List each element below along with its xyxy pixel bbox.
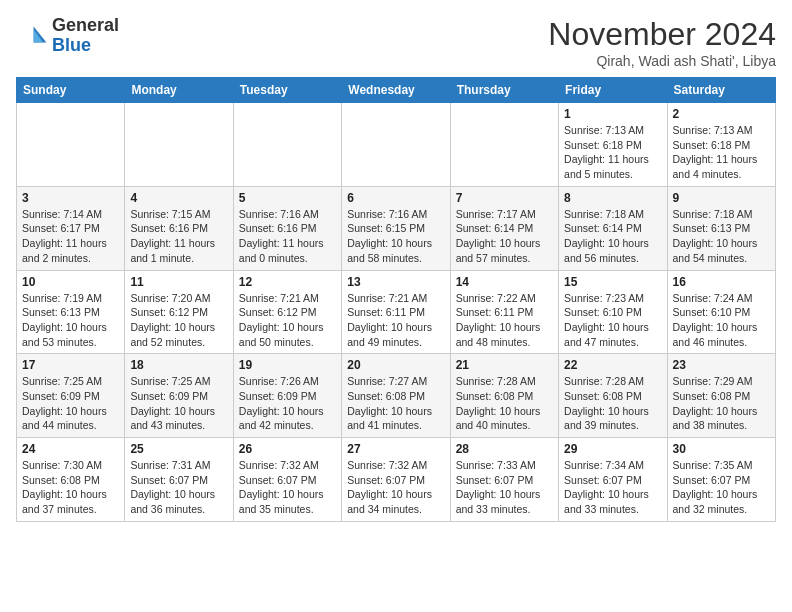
header-cell-sunday: Sunday: [17, 78, 125, 103]
calendar-cell: 6Sunrise: 7:16 AMSunset: 6:15 PMDaylight…: [342, 186, 450, 270]
day-info: Sunrise: 7:20 AMSunset: 6:12 PMDaylight:…: [130, 291, 227, 350]
calendar-cell: 9Sunrise: 7:18 AMSunset: 6:13 PMDaylight…: [667, 186, 775, 270]
calendar-cell: 2Sunrise: 7:13 AMSunset: 6:18 PMDaylight…: [667, 103, 775, 187]
day-number: 10: [22, 275, 119, 289]
calendar-cell: 25Sunrise: 7:31 AMSunset: 6:07 PMDayligh…: [125, 438, 233, 522]
calendar-cell: 3Sunrise: 7:14 AMSunset: 6:17 PMDaylight…: [17, 186, 125, 270]
day-number: 7: [456, 191, 553, 205]
calendar-table: SundayMondayTuesdayWednesdayThursdayFrid…: [16, 77, 776, 522]
day-number: 21: [456, 358, 553, 372]
month-title: November 2024: [548, 16, 776, 53]
location: Qirah, Wadi ash Shati', Libya: [548, 53, 776, 69]
calendar-cell: 10Sunrise: 7:19 AMSunset: 6:13 PMDayligh…: [17, 270, 125, 354]
day-number: 28: [456, 442, 553, 456]
day-number: 26: [239, 442, 336, 456]
calendar-cell: 22Sunrise: 7:28 AMSunset: 6:08 PMDayligh…: [559, 354, 667, 438]
day-number: 19: [239, 358, 336, 372]
header-cell-wednesday: Wednesday: [342, 78, 450, 103]
calendar-cell: 29Sunrise: 7:34 AMSunset: 6:07 PMDayligh…: [559, 438, 667, 522]
calendar-cell: 26Sunrise: 7:32 AMSunset: 6:07 PMDayligh…: [233, 438, 341, 522]
page-header: General Blue November 2024 Qirah, Wadi a…: [16, 16, 776, 69]
day-info: Sunrise: 7:17 AMSunset: 6:14 PMDaylight:…: [456, 207, 553, 266]
day-number: 22: [564, 358, 661, 372]
calendar-cell: 17Sunrise: 7:25 AMSunset: 6:09 PMDayligh…: [17, 354, 125, 438]
calendar-cell: 23Sunrise: 7:29 AMSunset: 6:08 PMDayligh…: [667, 354, 775, 438]
calendar-cell: 14Sunrise: 7:22 AMSunset: 6:11 PMDayligh…: [450, 270, 558, 354]
day-info: Sunrise: 7:29 AMSunset: 6:08 PMDaylight:…: [673, 374, 770, 433]
header-cell-friday: Friday: [559, 78, 667, 103]
calendar-cell: [17, 103, 125, 187]
logo-icon: [16, 20, 48, 52]
day-info: Sunrise: 7:18 AMSunset: 6:14 PMDaylight:…: [564, 207, 661, 266]
day-info: Sunrise: 7:22 AMSunset: 6:11 PMDaylight:…: [456, 291, 553, 350]
calendar-cell: [125, 103, 233, 187]
day-number: 25: [130, 442, 227, 456]
day-info: Sunrise: 7:28 AMSunset: 6:08 PMDaylight:…: [456, 374, 553, 433]
day-number: 23: [673, 358, 770, 372]
calendar-cell: [342, 103, 450, 187]
calendar-cell: 8Sunrise: 7:18 AMSunset: 6:14 PMDaylight…: [559, 186, 667, 270]
day-info: Sunrise: 7:33 AMSunset: 6:07 PMDaylight:…: [456, 458, 553, 517]
calendar-header: SundayMondayTuesdayWednesdayThursdayFrid…: [17, 78, 776, 103]
day-info: Sunrise: 7:26 AMSunset: 6:09 PMDaylight:…: [239, 374, 336, 433]
header-cell-thursday: Thursday: [450, 78, 558, 103]
day-info: Sunrise: 7:32 AMSunset: 6:07 PMDaylight:…: [347, 458, 444, 517]
day-number: 16: [673, 275, 770, 289]
day-number: 14: [456, 275, 553, 289]
header-cell-tuesday: Tuesday: [233, 78, 341, 103]
calendar-cell: 5Sunrise: 7:16 AMSunset: 6:16 PMDaylight…: [233, 186, 341, 270]
day-number: 20: [347, 358, 444, 372]
day-info: Sunrise: 7:35 AMSunset: 6:07 PMDaylight:…: [673, 458, 770, 517]
day-info: Sunrise: 7:27 AMSunset: 6:08 PMDaylight:…: [347, 374, 444, 433]
day-number: 13: [347, 275, 444, 289]
day-info: Sunrise: 7:14 AMSunset: 6:17 PMDaylight:…: [22, 207, 119, 266]
calendar-cell: 4Sunrise: 7:15 AMSunset: 6:16 PMDaylight…: [125, 186, 233, 270]
calendar-cell: 13Sunrise: 7:21 AMSunset: 6:11 PMDayligh…: [342, 270, 450, 354]
day-info: Sunrise: 7:16 AMSunset: 6:15 PMDaylight:…: [347, 207, 444, 266]
calendar-cell: 20Sunrise: 7:27 AMSunset: 6:08 PMDayligh…: [342, 354, 450, 438]
calendar-cell: 18Sunrise: 7:25 AMSunset: 6:09 PMDayligh…: [125, 354, 233, 438]
calendar-cell: 7Sunrise: 7:17 AMSunset: 6:14 PMDaylight…: [450, 186, 558, 270]
day-info: Sunrise: 7:18 AMSunset: 6:13 PMDaylight:…: [673, 207, 770, 266]
calendar-week-5: 24Sunrise: 7:30 AMSunset: 6:08 PMDayligh…: [17, 438, 776, 522]
calendar-week-2: 3Sunrise: 7:14 AMSunset: 6:17 PMDaylight…: [17, 186, 776, 270]
day-info: Sunrise: 7:32 AMSunset: 6:07 PMDaylight:…: [239, 458, 336, 517]
calendar-cell: 30Sunrise: 7:35 AMSunset: 6:07 PMDayligh…: [667, 438, 775, 522]
day-info: Sunrise: 7:21 AMSunset: 6:12 PMDaylight:…: [239, 291, 336, 350]
calendar-cell: 19Sunrise: 7:26 AMSunset: 6:09 PMDayligh…: [233, 354, 341, 438]
day-number: 2: [673, 107, 770, 121]
day-info: Sunrise: 7:15 AMSunset: 6:16 PMDaylight:…: [130, 207, 227, 266]
day-info: Sunrise: 7:31 AMSunset: 6:07 PMDaylight:…: [130, 458, 227, 517]
day-number: 3: [22, 191, 119, 205]
header-row: SundayMondayTuesdayWednesdayThursdayFrid…: [17, 78, 776, 103]
title-area: November 2024 Qirah, Wadi ash Shati', Li…: [548, 16, 776, 69]
day-info: Sunrise: 7:16 AMSunset: 6:16 PMDaylight:…: [239, 207, 336, 266]
day-number: 4: [130, 191, 227, 205]
day-number: 17: [22, 358, 119, 372]
day-number: 5: [239, 191, 336, 205]
calendar-cell: 11Sunrise: 7:20 AMSunset: 6:12 PMDayligh…: [125, 270, 233, 354]
calendar-cell: 27Sunrise: 7:32 AMSunset: 6:07 PMDayligh…: [342, 438, 450, 522]
calendar-week-1: 1Sunrise: 7:13 AMSunset: 6:18 PMDaylight…: [17, 103, 776, 187]
calendar-week-3: 10Sunrise: 7:19 AMSunset: 6:13 PMDayligh…: [17, 270, 776, 354]
day-info: Sunrise: 7:23 AMSunset: 6:10 PMDaylight:…: [564, 291, 661, 350]
day-number: 6: [347, 191, 444, 205]
calendar-cell: 24Sunrise: 7:30 AMSunset: 6:08 PMDayligh…: [17, 438, 125, 522]
day-info: Sunrise: 7:25 AMSunset: 6:09 PMDaylight:…: [130, 374, 227, 433]
day-number: 30: [673, 442, 770, 456]
day-number: 8: [564, 191, 661, 205]
day-number: 24: [22, 442, 119, 456]
header-cell-monday: Monday: [125, 78, 233, 103]
calendar-cell: 1Sunrise: 7:13 AMSunset: 6:18 PMDaylight…: [559, 103, 667, 187]
logo: General Blue: [16, 16, 119, 56]
day-number: 9: [673, 191, 770, 205]
day-number: 15: [564, 275, 661, 289]
calendar-cell: 15Sunrise: 7:23 AMSunset: 6:10 PMDayligh…: [559, 270, 667, 354]
day-info: Sunrise: 7:21 AMSunset: 6:11 PMDaylight:…: [347, 291, 444, 350]
day-info: Sunrise: 7:24 AMSunset: 6:10 PMDaylight:…: [673, 291, 770, 350]
day-number: 29: [564, 442, 661, 456]
day-info: Sunrise: 7:13 AMSunset: 6:18 PMDaylight:…: [564, 123, 661, 182]
calendar-cell: [233, 103, 341, 187]
day-number: 1: [564, 107, 661, 121]
calendar-cell: 28Sunrise: 7:33 AMSunset: 6:07 PMDayligh…: [450, 438, 558, 522]
